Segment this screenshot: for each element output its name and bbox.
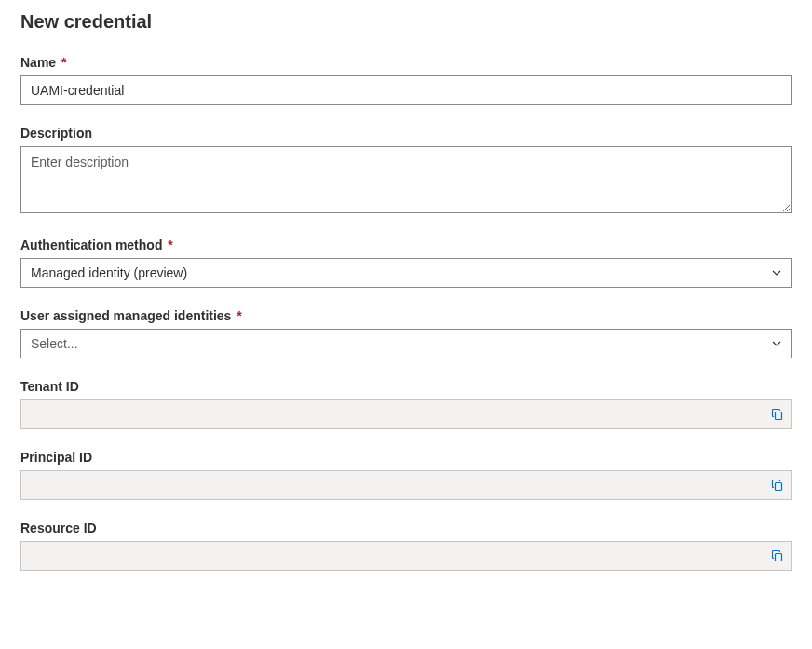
auth-method-select-wrapper: Managed identity (preview) <box>20 258 792 288</box>
uami-placeholder: Select... <box>31 336 78 351</box>
principal-id-label-text: Principal ID <box>20 450 92 465</box>
tenant-id-readonly <box>20 399 792 429</box>
copy-icon <box>771 549 784 562</box>
principal-id-field-group: Principal ID <box>20 450 792 500</box>
uami-select[interactable]: Select... <box>20 329 792 358</box>
auth-method-label-text: Authentication method <box>20 237 162 252</box>
auth-method-field-group: Authentication method * Managed identity… <box>20 237 792 288</box>
name-label: Name * <box>20 55 792 70</box>
principal-id-label: Principal ID <box>20 450 792 465</box>
tenant-id-label: Tenant ID <box>20 379 792 394</box>
required-mark: * <box>237 308 241 323</box>
description-field-group: Description <box>20 126 792 217</box>
auth-method-selected: Managed identity (preview) <box>31 265 187 280</box>
required-mark: * <box>168 237 172 252</box>
description-label-text: Description <box>20 126 92 141</box>
principal-id-readonly-wrapper <box>20 470 792 500</box>
resource-id-label: Resource ID <box>20 521 792 535</box>
tenant-id-label-text: Tenant ID <box>20 379 79 394</box>
svg-rect-2 <box>776 554 782 561</box>
required-mark: * <box>61 55 66 70</box>
uami-field-group: User assigned managed identities * Selec… <box>20 308 792 358</box>
resource-id-label-text: Resource ID <box>20 521 97 535</box>
svg-rect-1 <box>776 483 782 491</box>
name-input[interactable] <box>20 75 792 105</box>
resource-id-copy-button[interactable] <box>769 548 786 564</box>
uami-label-text: User assigned managed identities <box>20 308 231 323</box>
resource-id-readonly <box>20 541 792 571</box>
resource-id-readonly-wrapper <box>20 541 792 571</box>
principal-id-copy-button[interactable] <box>769 477 786 494</box>
uami-label: User assigned managed identities * <box>20 308 792 323</box>
copy-icon <box>771 408 784 421</box>
name-label-text: Name <box>20 55 56 70</box>
svg-rect-0 <box>776 412 782 420</box>
description-textarea[interactable] <box>20 146 792 213</box>
tenant-id-field-group: Tenant ID <box>20 379 792 429</box>
principal-id-readonly <box>20 470 792 500</box>
name-field-group: Name * <box>20 55 792 105</box>
resource-id-field-group: Resource ID <box>20 521 792 571</box>
page-title: New credential <box>20 11 792 33</box>
tenant-id-readonly-wrapper <box>20 399 792 429</box>
auth-method-label: Authentication method * <box>20 237 792 252</box>
copy-icon <box>771 479 784 492</box>
uami-select-wrapper: Select... <box>20 329 792 358</box>
auth-method-select[interactable]: Managed identity (preview) <box>20 258 792 288</box>
tenant-id-copy-button[interactable] <box>769 406 786 423</box>
description-label: Description <box>20 126 792 141</box>
